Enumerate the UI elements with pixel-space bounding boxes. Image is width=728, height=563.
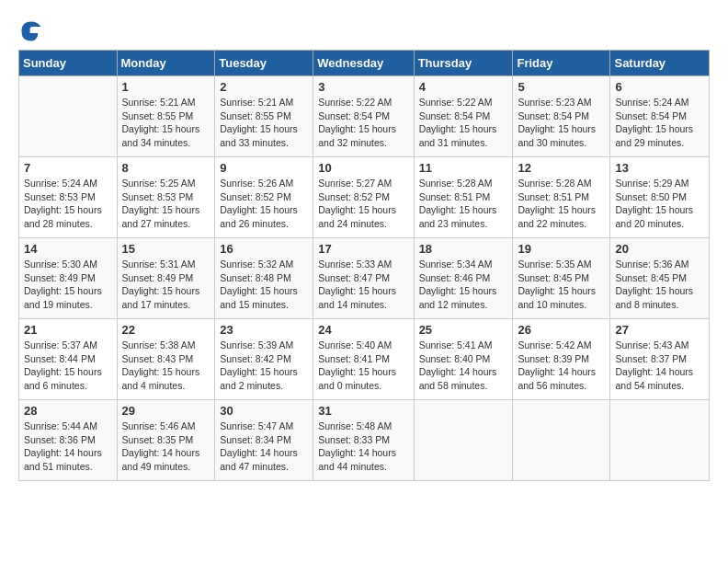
day-number: 27 <box>615 323 704 337</box>
day-info: Sunrise: 5:47 AMSunset: 8:34 PMDaylight:… <box>220 419 308 474</box>
day-info: Sunrise: 5:33 AMSunset: 8:47 PMDaylight:… <box>318 258 408 312</box>
calendar-table: SundayMondayTuesdayWednesdayThursdayFrid… <box>18 50 710 481</box>
day-info: Sunrise: 5:36 AMSunset: 8:45 PMDaylight:… <box>615 258 704 312</box>
day-cell: 9Sunrise: 5:26 AMSunset: 8:52 PMDaylight… <box>215 157 313 238</box>
day-cell: 25Sunrise: 5:41 AMSunset: 8:40 PMDayligh… <box>414 319 513 400</box>
day-number: 5 <box>518 80 605 94</box>
day-cell: 10Sunrise: 5:27 AMSunset: 8:52 PMDayligh… <box>313 157 414 238</box>
day-number: 22 <box>122 323 210 337</box>
day-number: 28 <box>24 404 112 418</box>
day-info: Sunrise: 5:27 AMSunset: 8:52 PMDaylight:… <box>318 177 408 231</box>
day-info: Sunrise: 5:30 AMSunset: 8:49 PMDaylight:… <box>24 258 112 312</box>
weekday-sunday: Sunday <box>19 51 118 76</box>
day-cell: 17Sunrise: 5:33 AMSunset: 8:47 PMDayligh… <box>313 238 414 319</box>
day-info: Sunrise: 5:23 AMSunset: 8:54 PMDaylight:… <box>518 96 605 150</box>
day-info: Sunrise: 5:39 AMSunset: 8:42 PMDaylight:… <box>220 339 308 393</box>
day-number: 8 <box>122 161 210 175</box>
day-number: 1 <box>122 80 210 94</box>
day-cell <box>414 400 513 481</box>
day-info: Sunrise: 5:28 AMSunset: 8:51 PMDaylight:… <box>419 177 508 231</box>
weekday-header-row: SundayMondayTuesdayWednesdayThursdayFrid… <box>19 51 710 76</box>
weekday-saturday: Saturday <box>610 51 710 76</box>
day-cell: 22Sunrise: 5:38 AMSunset: 8:43 PMDayligh… <box>117 319 215 400</box>
day-number: 10 <box>318 161 408 175</box>
day-cell: 1Sunrise: 5:21 AMSunset: 8:55 PMDaylight… <box>117 76 215 157</box>
day-info: Sunrise: 5:34 AMSunset: 8:46 PMDaylight:… <box>419 258 508 312</box>
day-cell: 13Sunrise: 5:29 AMSunset: 8:50 PMDayligh… <box>610 157 710 238</box>
day-cell: 14Sunrise: 5:30 AMSunset: 8:49 PMDayligh… <box>19 238 118 319</box>
day-info: Sunrise: 5:41 AMSunset: 8:40 PMDaylight:… <box>419 339 508 393</box>
page: SundayMondayTuesdayWednesdayThursdayFrid… <box>0 0 728 500</box>
day-number: 21 <box>24 323 112 337</box>
day-number: 29 <box>122 404 210 418</box>
day-cell: 8Sunrise: 5:25 AMSunset: 8:53 PMDaylight… <box>117 157 215 238</box>
day-info: Sunrise: 5:22 AMSunset: 8:54 PMDaylight:… <box>419 96 508 150</box>
day-cell: 21Sunrise: 5:37 AMSunset: 8:44 PMDayligh… <box>19 319 118 400</box>
day-cell: 28Sunrise: 5:44 AMSunset: 8:36 PMDayligh… <box>19 400 118 481</box>
day-info: Sunrise: 5:38 AMSunset: 8:43 PMDaylight:… <box>122 339 210 393</box>
day-number: 11 <box>419 161 508 175</box>
day-number: 7 <box>24 161 112 175</box>
day-cell: 15Sunrise: 5:31 AMSunset: 8:49 PMDayligh… <box>117 238 215 319</box>
day-number: 24 <box>318 323 408 337</box>
day-info: Sunrise: 5:28 AMSunset: 8:51 PMDaylight:… <box>518 177 605 231</box>
day-number: 17 <box>318 242 408 256</box>
day-cell: 27Sunrise: 5:43 AMSunset: 8:37 PMDayligh… <box>610 319 710 400</box>
weekday-friday: Friday <box>513 51 610 76</box>
day-cell: 7Sunrise: 5:24 AMSunset: 8:53 PMDaylight… <box>19 157 118 238</box>
day-cell: 30Sunrise: 5:47 AMSunset: 8:34 PMDayligh… <box>215 400 313 481</box>
header <box>18 18 710 44</box>
day-number: 23 <box>220 323 308 337</box>
day-cell: 29Sunrise: 5:46 AMSunset: 8:35 PMDayligh… <box>117 400 215 481</box>
day-cell: 16Sunrise: 5:32 AMSunset: 8:48 PMDayligh… <box>215 238 313 319</box>
logo <box>18 18 48 44</box>
day-info: Sunrise: 5:24 AMSunset: 8:54 PMDaylight:… <box>615 96 704 150</box>
day-cell: 5Sunrise: 5:23 AMSunset: 8:54 PMDaylight… <box>513 76 610 157</box>
day-info: Sunrise: 5:37 AMSunset: 8:44 PMDaylight:… <box>24 339 112 393</box>
week-row-1: 1Sunrise: 5:21 AMSunset: 8:55 PMDaylight… <box>19 76 710 157</box>
weekday-tuesday: Tuesday <box>215 51 313 76</box>
day-cell: 23Sunrise: 5:39 AMSunset: 8:42 PMDayligh… <box>215 319 313 400</box>
day-number: 19 <box>518 242 605 256</box>
day-info: Sunrise: 5:29 AMSunset: 8:50 PMDaylight:… <box>615 177 704 231</box>
day-cell: 2Sunrise: 5:21 AMSunset: 8:55 PMDaylight… <box>215 76 313 157</box>
day-number: 18 <box>419 242 508 256</box>
week-row-5: 28Sunrise: 5:44 AMSunset: 8:36 PMDayligh… <box>19 400 710 481</box>
day-cell: 11Sunrise: 5:28 AMSunset: 8:51 PMDayligh… <box>414 157 513 238</box>
day-info: Sunrise: 5:21 AMSunset: 8:55 PMDaylight:… <box>122 96 210 150</box>
day-cell: 24Sunrise: 5:40 AMSunset: 8:41 PMDayligh… <box>313 319 414 400</box>
day-info: Sunrise: 5:31 AMSunset: 8:49 PMDaylight:… <box>122 258 210 312</box>
day-number: 30 <box>220 404 308 418</box>
logo-icon <box>18 18 44 44</box>
day-cell <box>19 76 118 157</box>
day-info: Sunrise: 5:32 AMSunset: 8:48 PMDaylight:… <box>220 258 308 312</box>
day-number: 20 <box>615 242 704 256</box>
day-number: 6 <box>615 80 704 94</box>
day-info: Sunrise: 5:46 AMSunset: 8:35 PMDaylight:… <box>122 419 210 474</box>
day-cell: 20Sunrise: 5:36 AMSunset: 8:45 PMDayligh… <box>610 238 710 319</box>
day-cell: 3Sunrise: 5:22 AMSunset: 8:54 PMDaylight… <box>313 76 414 157</box>
day-info: Sunrise: 5:21 AMSunset: 8:55 PMDaylight:… <box>220 96 308 150</box>
day-cell: 26Sunrise: 5:42 AMSunset: 8:39 PMDayligh… <box>513 319 610 400</box>
day-info: Sunrise: 5:26 AMSunset: 8:52 PMDaylight:… <box>220 177 308 231</box>
day-info: Sunrise: 5:25 AMSunset: 8:53 PMDaylight:… <box>122 177 210 231</box>
weekday-thursday: Thursday <box>414 51 513 76</box>
day-cell: 12Sunrise: 5:28 AMSunset: 8:51 PMDayligh… <box>513 157 610 238</box>
day-cell <box>610 400 710 481</box>
week-row-2: 7Sunrise: 5:24 AMSunset: 8:53 PMDaylight… <box>19 157 710 238</box>
week-row-3: 14Sunrise: 5:30 AMSunset: 8:49 PMDayligh… <box>19 238 710 319</box>
day-number: 31 <box>318 404 408 418</box>
day-info: Sunrise: 5:42 AMSunset: 8:39 PMDaylight:… <box>518 339 605 393</box>
day-cell: 6Sunrise: 5:24 AMSunset: 8:54 PMDaylight… <box>610 76 710 157</box>
day-cell: 19Sunrise: 5:35 AMSunset: 8:45 PMDayligh… <box>513 238 610 319</box>
day-number: 14 <box>24 242 112 256</box>
day-info: Sunrise: 5:44 AMSunset: 8:36 PMDaylight:… <box>24 419 112 474</box>
day-cell <box>513 400 610 481</box>
day-number: 4 <box>419 80 508 94</box>
day-number: 9 <box>220 161 308 175</box>
day-info: Sunrise: 5:48 AMSunset: 8:33 PMDaylight:… <box>318 419 408 474</box>
day-number: 16 <box>220 242 308 256</box>
day-info: Sunrise: 5:43 AMSunset: 8:37 PMDaylight:… <box>615 339 704 393</box>
day-cell: 31Sunrise: 5:48 AMSunset: 8:33 PMDayligh… <box>313 400 414 481</box>
day-number: 13 <box>615 161 704 175</box>
